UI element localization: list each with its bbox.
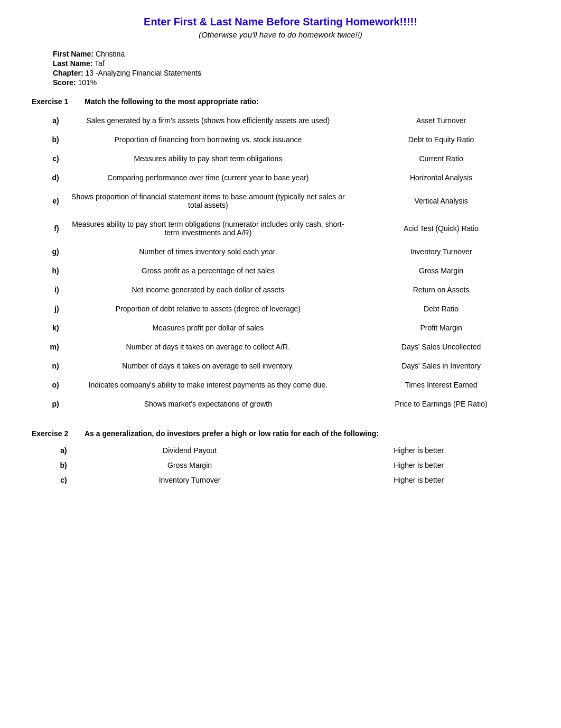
ex2-row-answer: Higher is better	[308, 473, 529, 487]
row-answer: Acid Test (Quick) Ratio	[353, 215, 529, 242]
last-name-label: Last Name:	[53, 59, 92, 68]
row-letter: a)	[32, 111, 63, 130]
row-description: Indicates company's ability to make inte…	[63, 375, 353, 394]
row-answer: Days' Sales Uncollected	[353, 337, 529, 356]
row-letter: c)	[32, 149, 63, 168]
row-description: Net income generated by each dollar of a…	[63, 280, 353, 299]
ex2-row-answer: Higher is better	[308, 458, 529, 473]
matching-row: p) Shows market's expectations of growth…	[32, 394, 529, 413]
row-description: Measures profit per dollar of sales	[63, 318, 353, 337]
matching-row: i) Net income generated by each dollar o…	[32, 280, 529, 299]
exercise1-instruction: Match the following to the most appropri…	[85, 97, 259, 106]
row-description: Proportion of debt relative to assets (d…	[63, 299, 353, 318]
exercise1-label: Exercise 1	[32, 97, 85, 106]
ex2-row-answer: Higher is better	[308, 443, 529, 458]
first-name-value: Christina	[96, 50, 125, 58]
row-letter: f)	[32, 215, 63, 242]
row-description: Proportion of financing from borrowing v…	[63, 130, 353, 149]
matching-row: d) Comparing performance over time (curr…	[32, 168, 529, 187]
row-letter: p)	[32, 394, 63, 413]
ex2-row-item: Dividend Payout	[71, 443, 308, 458]
matching-row: h) Gross profit as a percentage of net s…	[32, 261, 529, 280]
first-name-label: First Name:	[53, 50, 94, 58]
exercise2-instruction: As a generalization, do investors prefer…	[85, 429, 379, 438]
row-letter: m)	[32, 337, 63, 356]
matching-row: m) Number of days it takes on average to…	[32, 337, 529, 356]
row-letter: g)	[32, 242, 63, 261]
row-answer: Horizontal Analysis	[353, 168, 529, 187]
ex2-row-letter: c)	[32, 473, 71, 487]
exercise2-section: Exercise 2 As a generalization, do inves…	[32, 429, 529, 487]
row-answer: Inventory Turnover	[353, 242, 529, 261]
row-description: Number of days it takes on average to se…	[63, 356, 353, 375]
exercise2-row: b) Gross Margin Higher is better	[32, 458, 529, 473]
score-label: Score:	[53, 78, 76, 87]
ex2-row-item: Gross Margin	[71, 458, 308, 473]
row-letter: k)	[32, 318, 63, 337]
row-letter: b)	[32, 130, 63, 149]
row-answer: Profit Margin	[353, 318, 529, 337]
row-description: Shows market's expectations of growth	[63, 394, 353, 413]
matching-table: a) Sales generated by a firm's assets (s…	[32, 111, 529, 413]
chapter-value: 13 -Analyzing Financial Statements	[85, 69, 201, 77]
row-description: Comparing performance over time (current…	[63, 168, 353, 187]
matching-row: b) Proportion of financing from borrowin…	[32, 130, 529, 149]
row-description: Measures ability to pay short term oblig…	[63, 149, 353, 168]
row-description: Shows proportion of financial statement …	[63, 187, 353, 215]
matching-row: a) Sales generated by a firm's assets (s…	[32, 111, 529, 130]
matching-row: k) Measures profit per dollar of sales P…	[32, 318, 529, 337]
row-letter: i)	[32, 280, 63, 299]
matching-row: e) Shows proportion of financial stateme…	[32, 187, 529, 215]
row-description: Number of times inventory sold each year…	[63, 242, 353, 261]
matching-row: g) Number of times inventory sold each y…	[32, 242, 529, 261]
row-description: Sales generated by a firm's assets (show…	[63, 111, 353, 130]
row-answer: Debt to Equity Ratio	[353, 130, 529, 149]
row-letter: d)	[32, 168, 63, 187]
row-letter: e)	[32, 187, 63, 215]
row-answer: Gross Margin	[353, 261, 529, 280]
ex2-row-letter: b)	[32, 458, 71, 473]
exercise2-table: a) Dividend Payout Higher is better b) G…	[32, 443, 529, 487]
last-name-value: Taf	[95, 59, 105, 68]
chapter-label: Chapter:	[53, 69, 83, 77]
row-answer: Asset Turnover	[353, 111, 529, 130]
row-answer: Debt Ratio	[353, 299, 529, 318]
row-description: Number of days it takes on average to co…	[63, 337, 353, 356]
row-answer: Times Interest Earned	[353, 375, 529, 394]
row-letter: h)	[32, 261, 63, 280]
score-value: 101%	[78, 78, 97, 87]
page-subtitle: (Otherwise you'll have to do homework tw…	[32, 30, 529, 39]
row-answer: Current Ratio	[353, 149, 529, 168]
row-description: Gross profit as a percentage of net sale…	[63, 261, 353, 280]
row-letter: n)	[32, 356, 63, 375]
row-answer: Return on Assets	[353, 280, 529, 299]
exercise2-label: Exercise 2	[32, 429, 85, 438]
row-answer: Price to Earnings (PE Ratio)	[353, 394, 529, 413]
matching-row: o) Indicates company's ability to make i…	[32, 375, 529, 394]
matching-row: j) Proportion of debt relative to assets…	[32, 299, 529, 318]
page-title: Enter First & Last Name Before Starting …	[32, 16, 529, 28]
exercise1-section: Exercise 1 Match the following to the mo…	[32, 97, 529, 413]
matching-row: c) Measures ability to pay short term ob…	[32, 149, 529, 168]
ex2-row-item: Inventory Turnover	[71, 473, 308, 487]
row-letter: o)	[32, 375, 63, 394]
matching-row: f) Measures ability to pay short term ob…	[32, 215, 529, 242]
row-answer: Vertical Analysis	[353, 187, 529, 215]
ex2-row-letter: a)	[32, 443, 71, 458]
exercise2-row: a) Dividend Payout Higher is better	[32, 443, 529, 458]
row-description: Measures ability to pay short term oblig…	[63, 215, 353, 242]
row-answer: Days' Sales in Inventory	[353, 356, 529, 375]
exercise2-row: c) Inventory Turnover Higher is better	[32, 473, 529, 487]
matching-row: n) Number of days it takes on average to…	[32, 356, 529, 375]
student-info: First Name: Christina Last Name: Taf Cha…	[32, 50, 529, 87]
row-letter: j)	[32, 299, 63, 318]
